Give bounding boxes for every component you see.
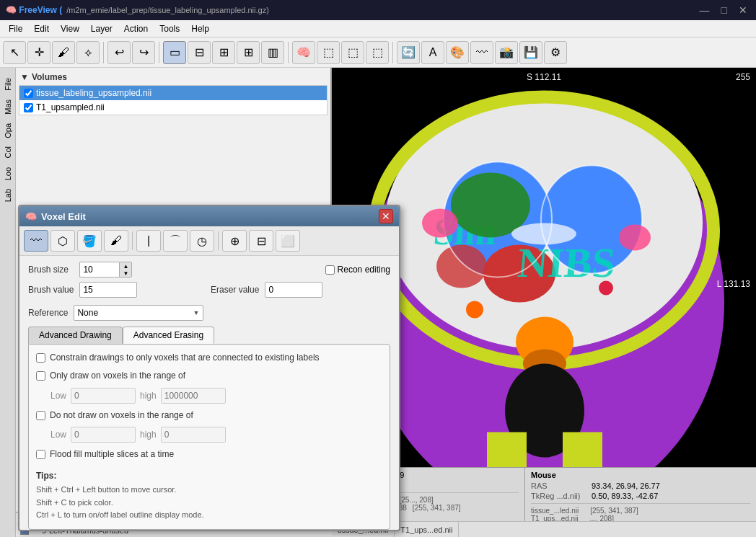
settings-button[interactable]: ⚙ bbox=[544, 41, 567, 64]
freehand-tool[interactable]: 〰 bbox=[24, 230, 48, 252]
dialog-close-button[interactable]: ✕ bbox=[379, 209, 393, 223]
no-draw-checkbox[interactable] bbox=[36, 411, 45, 420]
tips-section: Tips: Shift + Ctrl + Left button to move… bbox=[36, 466, 382, 522]
volumes-header[interactable]: ▼ Volumes bbox=[19, 71, 328, 84]
crosshair-tool-button[interactable]: ✛ bbox=[27, 41, 50, 64]
move-tool[interactable]: ⬜ bbox=[276, 230, 300, 252]
layout-4grid-button[interactable]: ⊞ bbox=[212, 41, 235, 64]
palette-button[interactable]: 🎨 bbox=[446, 41, 469, 64]
paint-tool-button[interactable]: 🖌 bbox=[52, 41, 75, 64]
menu-view[interactable]: View bbox=[55, 22, 85, 35]
cursor-tool-button[interactable]: ↖ bbox=[3, 41, 26, 64]
axial-button[interactable]: ⬚ bbox=[317, 41, 340, 64]
recon-editing-checkbox[interactable] bbox=[325, 265, 335, 275]
side-opacity[interactable]: Opa bbox=[2, 120, 14, 141]
minimize-button[interactable]: — bbox=[697, 4, 713, 16]
tips-line-1: Shift + Ctrl + Left button to move curso… bbox=[36, 484, 382, 497]
option-range-row: Only draw on voxels in the range of bbox=[36, 370, 382, 382]
tips-line-2: Shift + C to pick color. bbox=[36, 497, 382, 510]
text-button[interactable]: A bbox=[421, 41, 444, 64]
range-low-input-2[interactable] bbox=[71, 427, 136, 443]
side-label[interactable]: Lab bbox=[2, 186, 14, 205]
range-checkbox[interactable] bbox=[36, 371, 45, 381]
fill-tool[interactable]: 🪣 bbox=[77, 230, 102, 252]
flood-fill-row: Flood fill multiple slices at a time bbox=[36, 448, 382, 461]
app-logo: 🧠 FreeView ( bbox=[6, 5, 62, 15]
maximize-button[interactable]: □ bbox=[718, 4, 730, 16]
side-mask[interactable]: Mas bbox=[2, 97, 14, 117]
tkreg-row: TkReg ...d.nii) 0.50, 89.33, -42.67 bbox=[531, 492, 750, 500]
layout-2col-button[interactable]: ⊟ bbox=[188, 41, 211, 64]
range-low-input-1[interactable] bbox=[71, 388, 136, 404]
menu-layer[interactable]: Layer bbox=[85, 22, 118, 35]
remove-region-tool[interactable]: ⊟ bbox=[249, 230, 273, 252]
brain-view-button[interactable]: 🧠 bbox=[292, 41, 315, 64]
save-button[interactable]: 💾 bbox=[519, 41, 542, 64]
brush-size-input[interactable] bbox=[79, 262, 119, 278]
screenshot-button[interactable]: 📸 bbox=[495, 41, 518, 64]
menu-file[interactable]: File bbox=[3, 22, 28, 35]
refresh-button[interactable]: 🔄 bbox=[397, 41, 420, 64]
dialog-container: 🧠 Voxel Edit ✕ 〰 ⬡ 🪣 🖌 | ⌒ ◷ ⊕ bbox=[18, 205, 400, 531]
constrain-label: Constrain drawings to only voxels that a… bbox=[50, 352, 320, 364]
volume-name-2: T1_upsampled.nii bbox=[36, 102, 105, 112]
brush-value-input[interactable] bbox=[79, 282, 137, 298]
coronal-button[interactable]: ⬚ bbox=[341, 41, 364, 64]
high-label-2: high bbox=[140, 430, 157, 440]
brush-size-down[interactable]: ▼ bbox=[120, 270, 131, 277]
undo-button[interactable]: ↩ bbox=[107, 41, 131, 64]
menu-help[interactable]: Help bbox=[185, 22, 215, 35]
layout-single-button[interactable]: ▭ bbox=[163, 41, 186, 64]
redo-button[interactable]: ↪ bbox=[132, 41, 155, 64]
menu-action[interactable]: Action bbox=[118, 22, 154, 35]
bottom-right-panel: Mouse RAS 93.34, 26.94, 26.77 TkReg ...d… bbox=[525, 468, 756, 521]
volume-item-1[interactable]: tissue_labeling_upsampled.nii bbox=[19, 86, 327, 100]
menubar: File Edit View Layer Action Tools Help bbox=[0, 20, 756, 37]
shape-tool[interactable]: ◷ bbox=[190, 230, 214, 252]
volume-checkbox-1[interactable] bbox=[24, 89, 33, 98]
ras-row: RAS 93.34, 26.94, 26.77 bbox=[531, 481, 750, 490]
window-path: /m2m_ernie/label_prep/tissue_labeling_up… bbox=[66, 6, 269, 14]
range-high-input-2[interactable] bbox=[161, 427, 226, 443]
reference-label: Reference bbox=[28, 308, 68, 318]
brush-size-control: ▲ ▼ bbox=[79, 262, 205, 278]
side-color[interactable]: Col bbox=[2, 143, 14, 161]
dialog-tool-sep-1 bbox=[132, 231, 133, 250]
svg-text:NIBS: NIBS bbox=[516, 240, 617, 287]
lasso-tool-button[interactable]: ⟡ bbox=[76, 41, 100, 64]
constrain-checkbox[interactable] bbox=[36, 353, 45, 363]
toolbar-separator-3 bbox=[288, 42, 289, 63]
layout-3col-button[interactable]: ⊞ bbox=[237, 41, 260, 64]
layout-split-button[interactable]: ▥ bbox=[261, 41, 284, 64]
tab-advanced-erasing[interactable]: Advanced Erasing bbox=[123, 327, 214, 344]
curve-tool[interactable]: ⌒ bbox=[163, 230, 188, 252]
polyline-tool[interactable]: ⬡ bbox=[50, 230, 75, 252]
wave-button[interactable]: 〰 bbox=[470, 41, 493, 64]
info-row-3: tissue_...led.nii [255, 341, 387] bbox=[531, 503, 750, 515]
line-tool[interactable]: | bbox=[136, 230, 161, 252]
range-high-input-1[interactable] bbox=[161, 388, 226, 404]
tkreg-value: 0.50, 89.33, -42.67 bbox=[592, 492, 658, 500]
svg-point-23 bbox=[599, 281, 613, 296]
side-file[interactable]: File bbox=[2, 75, 14, 94]
flood-fill-checkbox[interactable] bbox=[36, 450, 45, 459]
tab-advanced-drawing[interactable]: Advanced Drawing bbox=[28, 327, 123, 344]
dialog-tool-sep-2 bbox=[218, 231, 219, 250]
reference-select[interactable]: None bbox=[74, 305, 203, 321]
volume-item-2[interactable]: T1_upsampled.nii bbox=[19, 100, 327, 115]
volumes-title: Volumes bbox=[32, 72, 67, 82]
side-lookup[interactable]: Loo bbox=[2, 164, 14, 183]
brush-size-up[interactable]: ▲ bbox=[120, 262, 131, 270]
brush-tool[interactable]: 🖌 bbox=[104, 230, 128, 252]
eraser-value-input[interactable] bbox=[265, 282, 322, 298]
add-region-tool[interactable]: ⊕ bbox=[222, 230, 247, 252]
tkreg-key: TkReg ...d.nii) bbox=[531, 492, 589, 500]
dialog-toolbar: 〰 ⬡ 🪣 🖌 | ⌒ ◷ ⊕ ⊟ ⬜ bbox=[19, 226, 399, 256]
volume-checkbox-2[interactable] bbox=[24, 103, 33, 112]
close-window-button[interactable]: ✕ bbox=[736, 4, 750, 16]
titlebar: 🧠 FreeView ( /m2m_ernie/label_prep/tissu… bbox=[0, 0, 756, 20]
menu-edit[interactable]: Edit bbox=[28, 22, 55, 35]
menu-tools[interactable]: Tools bbox=[154, 22, 185, 35]
volumes-section: ▼ Volumes tissue_labeling_upsampled.nii … bbox=[16, 68, 330, 187]
sagittal-button[interactable]: ⬚ bbox=[366, 41, 389, 64]
